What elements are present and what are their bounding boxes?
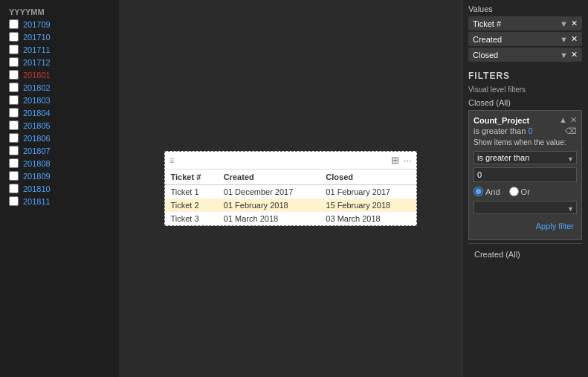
filter-or-text: Or [521,187,530,196]
list-item-checkbox[interactable] [9,196,19,206]
table-cell-ticket: Ticket 1 [165,185,218,199]
value-row-label: Ticket # [473,19,501,28]
list-item[interactable]: 201803 [3,94,116,106]
list-item[interactable]: 201711 [3,43,116,56]
list-item-label: 201808 [23,159,51,168]
filter-card-actions: ▲ ✕ [559,115,577,125]
table-container: ≡ ⊞ ··· Ticket #CreatedClosed Ticket 101… [164,151,417,226]
list-item-checkbox[interactable] [9,32,19,42]
list-item[interactable]: 201809 [3,170,116,182]
filter-and-label[interactable]: And [474,187,500,196]
filter-card-header: Count_Project ▲ ✕ [474,115,577,125]
list-item-label: 201801 [23,71,51,80]
values-section: Values Ticket #▼✕Created▼✕Closed▼✕ [462,0,588,66]
filters-section: FILTERS Visual level filters Closed (All… [462,66,588,266]
list-item-label: 201806 [23,134,51,143]
list-item-label: 201807 [23,146,51,155]
list-item-checkbox[interactable] [9,133,19,143]
filter-radio-row: And Or [474,187,577,196]
filter-or-radio[interactable] [509,187,519,196]
value-chevron-icon[interactable]: ▼ [560,19,568,28]
list-item-checkbox[interactable] [9,57,19,67]
list-item-checkbox[interactable] [9,19,19,29]
list-item[interactable]: 201810 [3,182,116,195]
value-chevron-icon[interactable]: ▼ [560,51,568,59]
value-chevron-icon[interactable]: ▼ [560,35,568,44]
list-item[interactable]: 201808 [3,157,116,170]
filter-value-input[interactable] [474,167,577,182]
list-item-checkbox[interactable] [9,171,19,181]
list-item-checkbox[interactable] [9,83,19,92]
list-item-checkbox[interactable] [9,108,19,117]
filter-card-title: Count_Project [474,116,529,125]
table-cell-created: 01 December 2017 [218,185,320,199]
filter-and-text: And [485,187,500,196]
list-item[interactable]: 201805 [3,119,116,132]
list-item-label: 201711 [23,45,51,54]
list-item-checkbox[interactable] [9,95,19,105]
list-item[interactable]: 201801 [3,68,116,81]
list-item-label: 201810 [23,184,51,193]
value-close-icon[interactable]: ✕ [571,50,578,59]
list-item[interactable]: 201712 [3,56,116,68]
table-row: Ticket 301 March 201803 March 2018 [165,212,416,225]
apply-filter-button[interactable]: Apply filter [533,220,577,232]
list-item[interactable]: 201806 [3,132,116,144]
list-item-label: 201804 [23,109,51,117]
list-item[interactable]: 201811 [3,195,116,207]
list-item-label: 201709 [23,20,51,29]
data-table: Ticket #CreatedClosed Ticket 101 Decembe… [165,170,416,225]
list-item-checkbox[interactable] [9,158,19,168]
list-item-label: 201803 [23,96,51,105]
filter-erase-icon[interactable]: ⌫ [565,126,577,136]
filter-subtitle: is greater than 0 ⌫ [474,126,577,135]
value-row: Ticket #▼✕ [468,16,582,30]
table-row: Ticket 201 February 201815 February 2018 [165,199,416,212]
filter-description: Show items when the value: [474,138,577,146]
table-cell-created: 01 March 2018 [218,212,320,225]
table-row: Ticket 101 December 201701 February 2017 [165,185,416,199]
toolbar-drag-handle: ≡ [169,155,175,166]
table-cell-ticket: Ticket 3 [165,212,218,225]
table-cell-closed: 01 February 2017 [320,185,416,199]
middle-panel: ≡ ⊞ ··· Ticket #CreatedClosed Ticket 101… [119,0,462,377]
list-item-checkbox[interactable] [9,146,19,155]
list-item-checkbox[interactable] [9,184,19,193]
list-item-checkbox[interactable] [9,120,19,130]
filter-close-icon[interactable]: ✕ [570,115,577,125]
list-item-checkbox[interactable] [9,45,19,54]
section-divider [468,243,582,244]
filter-second-condition-select[interactable] [474,201,577,214]
value-row: Created▼✕ [468,32,582,46]
value-close-icon[interactable]: ✕ [571,34,578,44]
list-item[interactable]: 201807 [3,144,116,157]
filter-and-radio[interactable] [474,187,483,196]
list-item[interactable]: 201802 [3,81,116,94]
expand-icon[interactable]: ⊞ [391,155,399,166]
list-item[interactable]: 201804 [3,106,116,119]
table-cell-ticket: Ticket 2 [165,199,218,212]
table-cell-closed: 15 February 2018 [320,199,416,212]
values-label: Values [468,4,582,13]
list-item-checkbox[interactable] [9,70,19,80]
more-icon[interactable]: ··· [404,155,412,166]
filter-or-label[interactable]: Or [509,187,530,196]
filter-card: Count_Project ▲ ✕ is greater than 0 ⌫ Sh… [468,110,582,240]
table-header: Created [218,170,320,185]
list-item[interactable]: 201709 [3,18,116,30]
list-item[interactable]: 201710 [3,30,116,43]
value-row-actions: ▼✕ [560,34,578,44]
list-item-label: 201811 [23,197,51,206]
filter-collapse-icon[interactable]: ▲ [559,115,567,125]
apply-filter-row: Apply filter [474,217,577,235]
toolbar-icons: ⊞ ··· [391,155,412,166]
filter-subtitle-text: is greater than [474,126,526,135]
list-item-label: 201712 [23,58,51,67]
year-label: YYYYMM [3,6,116,18]
table-cell-created: 01 February 2018 [218,199,320,212]
value-close-icon[interactable]: ✕ [571,19,578,28]
filter-condition-select[interactable]: is greater thanis less thanis equal tois… [474,151,577,164]
closed-all-header: Closed (All) [468,98,582,107]
value-row-label: Closed [473,51,498,59]
table-cell-closed: 03 March 2018 [320,212,416,225]
